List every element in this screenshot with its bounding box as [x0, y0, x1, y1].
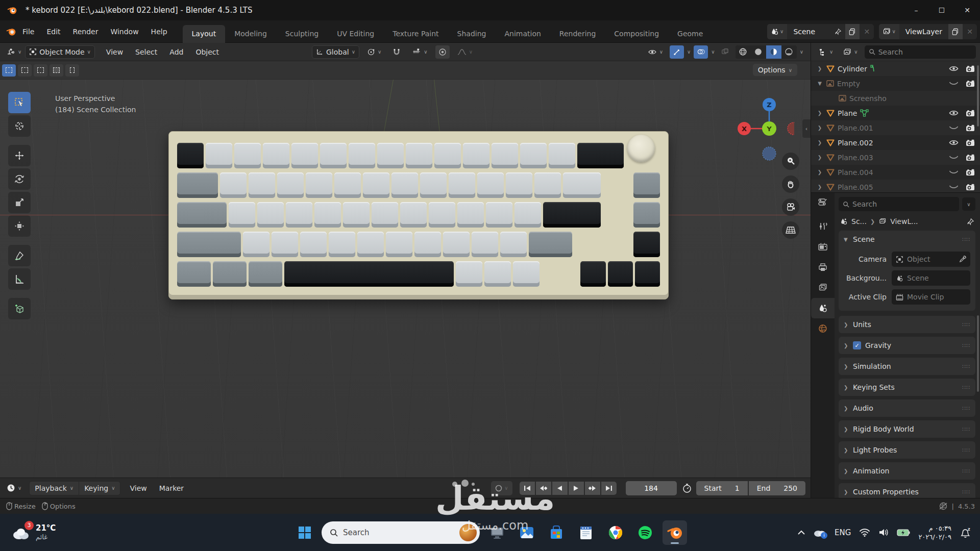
- panel-grip-icon[interactable]: ∷∷: [962, 447, 970, 454]
- tool-annotate[interactable]: [8, 245, 31, 266]
- scene-browse-button[interactable]: ∨: [767, 24, 787, 39]
- snap-target-dropdown[interactable]: ∨: [408, 46, 431, 58]
- notification-bell-icon[interactable]: z: [960, 527, 971, 538]
- shading-solid-button[interactable]: [751, 45, 766, 59]
- panel-header[interactable]: ❯Light Probes∷∷: [839, 441, 975, 459]
- maximize-button[interactable]: ☐: [929, 0, 954, 20]
- outliner-row[interactable]: ❯Plane: [811, 106, 980, 120]
- tab-sculpting[interactable]: Sculpting: [276, 25, 328, 43]
- expand-icon[interactable]: ❯: [816, 155, 823, 160]
- frame-start-field[interactable]: Start 1: [696, 481, 748, 495]
- viewport-menu-select[interactable]: Select: [129, 45, 163, 59]
- shading-dropdown[interactable]: ∨: [800, 49, 803, 55]
- app-spotify[interactable]: [633, 520, 657, 545]
- properties-options-dropdown[interactable]: ∨: [962, 197, 975, 211]
- outliner-row[interactable]: ❯Plane.004: [811, 165, 980, 180]
- pin-icon[interactable]: [967, 218, 974, 226]
- viewlayer-browse-button[interactable]: ∨: [879, 24, 899, 39]
- new-viewlayer-button[interactable]: [948, 24, 963, 39]
- properties-scrollbar[interactable]: [977, 315, 979, 392]
- camera-visibility-icon[interactable]: [966, 80, 975, 87]
- gizmos-toggle[interactable]: [670, 45, 684, 59]
- tab-world[interactable]: [811, 318, 835, 339]
- outliner-search-input[interactable]: Search: [865, 45, 976, 59]
- camera-visibility-icon[interactable]: [966, 169, 975, 176]
- tray-chevron-up-icon[interactable]: [798, 530, 805, 535]
- panel-header[interactable]: ❯Simulation∷∷: [839, 358, 975, 375]
- menu-edit[interactable]: Edit: [40, 24, 66, 39]
- volume-icon[interactable]: [878, 528, 889, 537]
- breadcrumb-scene[interactable]: Sc...: [851, 217, 867, 226]
- expand-icon[interactable]: ❯: [816, 110, 823, 116]
- new-scene-button[interactable]: [845, 24, 860, 39]
- panel-grip-icon[interactable]: ∷∷: [962, 468, 970, 474]
- tab-render[interactable]: [811, 237, 835, 257]
- select-mode-set-button[interactable]: [2, 64, 16, 77]
- tab-tool[interactable]: [811, 216, 835, 237]
- tool-transform[interactable]: [8, 215, 31, 237]
- outliner-display-mode-dropdown[interactable]: ∨: [815, 46, 837, 58]
- frame-end-field[interactable]: End 250: [749, 481, 805, 495]
- orientation-dropdown[interactable]: Global ∨: [312, 45, 359, 59]
- panel-header[interactable]: ❯Units∷∷: [839, 316, 975, 333]
- eye-closed-icon[interactable]: [949, 184, 959, 190]
- viewport-3d[interactable]: User Perspective (184) Scene Collection: [0, 80, 811, 478]
- expand-icon[interactable]: ❯: [816, 140, 823, 145]
- panel-grip-icon[interactable]: ∷∷: [962, 426, 970, 433]
- taskbar-search[interactable]: Search: [322, 521, 480, 544]
- select-mode-invert-button[interactable]: [50, 64, 63, 77]
- play-button[interactable]: [569, 482, 584, 495]
- eye-open-icon[interactable]: [949, 139, 959, 146]
- gravity-checkbox[interactable]: ✓: [853, 341, 861, 349]
- sidebar-collapse-tab[interactable]: ‹: [802, 119, 811, 138]
- navigation-gizmo[interactable]: Z X Y: [733, 89, 794, 150]
- viewlayer-name[interactable]: ViewLayer: [899, 28, 948, 36]
- tool-select-box[interactable]: [8, 92, 31, 113]
- mode-dropdown[interactable]: Object Mode ∨: [25, 45, 95, 59]
- eye-closed-icon[interactable]: [949, 80, 959, 87]
- tab-layout[interactable]: Layout: [183, 25, 226, 43]
- tool-rotate[interactable]: [8, 168, 31, 190]
- keyboard-model[interactable]: [168, 131, 669, 299]
- panel-grip-icon[interactable]: ∷∷: [962, 489, 970, 495]
- panel-header[interactable]: ❯Keying Sets∷∷: [839, 379, 975, 396]
- proportional-editing-toggle[interactable]: [435, 45, 450, 59]
- start-button[interactable]: [293, 521, 316, 544]
- panel-grip-icon[interactable]: ∷∷: [962, 384, 970, 391]
- tab-scene[interactable]: [811, 298, 835, 318]
- panel-grip-icon[interactable]: ∷∷: [962, 363, 970, 370]
- camera-visibility-icon[interactable]: [966, 184, 975, 191]
- shading-wireframe-button[interactable]: [736, 45, 751, 59]
- camera-visibility-icon[interactable]: [966, 154, 975, 161]
- scene-name[interactable]: Scene: [787, 28, 831, 36]
- tab-output[interactable]: [811, 257, 835, 278]
- tab-geome[interactable]: Geome: [668, 25, 712, 43]
- shading-rendered-button[interactable]: [781, 45, 797, 59]
- property-value-backgrou-[interactable]: Scene: [892, 270, 970, 286]
- scene-panel-header[interactable]: ▼ Scene ∷∷: [839, 231, 975, 248]
- visibility-dropdown[interactable]: ∨: [644, 46, 667, 58]
- panel-grip-icon[interactable]: ∷∷: [962, 405, 970, 412]
- timeline-menu-keying[interactable]: Keying∨: [79, 482, 120, 495]
- expand-icon[interactable]: ❯: [816, 184, 823, 190]
- panel-header[interactable]: ❯Animation∷∷: [839, 462, 975, 480]
- tab-compositing[interactable]: Compositing: [605, 25, 668, 43]
- editor-type-button[interactable]: ∨: [3, 45, 25, 58]
- tool-cursor[interactable]: [8, 115, 31, 137]
- use-preview-range-button[interactable]: [682, 483, 692, 493]
- menu-window[interactable]: Window: [104, 24, 144, 39]
- menu-help[interactable]: Help: [145, 24, 174, 39]
- viewport-menu-object[interactable]: Object: [189, 45, 225, 59]
- tab-modeling[interactable]: Modeling: [225, 25, 276, 43]
- xray-toggle[interactable]: [718, 45, 732, 59]
- panel-header[interactable]: ❯✓Gravity∷∷: [839, 337, 975, 354]
- onedrive-icon[interactable]: i: [813, 528, 826, 537]
- eye-closed-icon[interactable]: [949, 169, 959, 176]
- app-chrome[interactable]: [603, 520, 628, 545]
- expand-icon[interactable]: ❯: [816, 125, 823, 131]
- outliner-row[interactable]: ❯Plane.003: [811, 150, 980, 165]
- app-microsoft-store[interactable]: [544, 520, 569, 545]
- app-blender[interactable]: [663, 520, 687, 545]
- gizmos-dropdown[interactable]: ∨: [687, 49, 691, 55]
- ortho-toggle-button[interactable]: [782, 221, 799, 239]
